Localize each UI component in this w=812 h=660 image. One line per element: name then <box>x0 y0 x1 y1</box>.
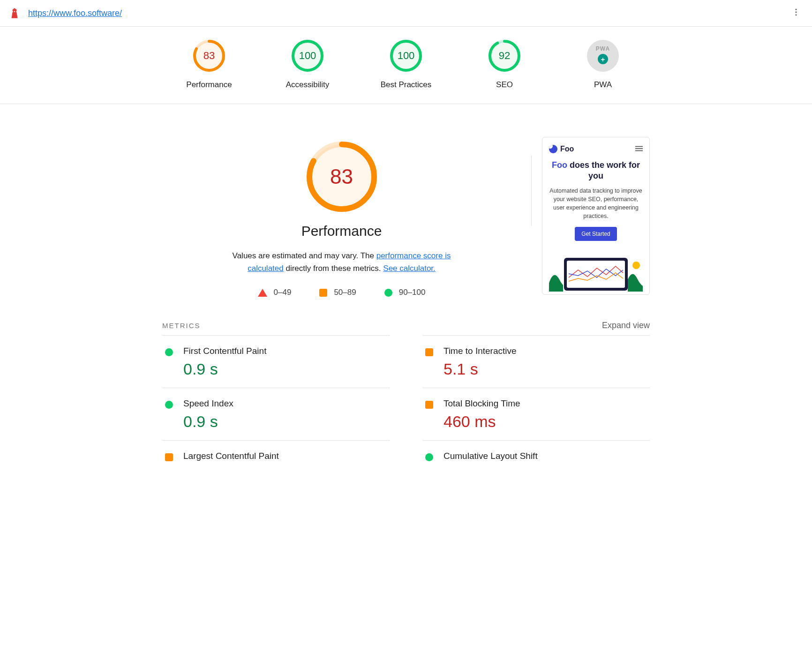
kebab-menu-icon <box>791 8 801 17</box>
svg-rect-13 <box>635 146 643 147</box>
gauge-score: 100 <box>292 40 323 72</box>
metrics-grid: First Contentful Paint0.9 sTime to Inter… <box>162 335 650 474</box>
metric-item: Largest Contentful Paint <box>162 440 390 474</box>
preview-illustration <box>549 249 643 292</box>
metrics-title: METRICS <box>162 322 201 330</box>
gauge-label: Performance <box>186 80 232 90</box>
metric-value: 0.9 s <box>183 412 233 431</box>
metric-status-icon <box>165 453 173 461</box>
pwa-badge-icon: PWA+ <box>587 40 619 72</box>
preview-menu-icon <box>635 145 643 153</box>
metric-item: Speed Index0.9 s <box>162 388 390 440</box>
gauge-accessibility[interactable]: 100Accessibility <box>277 40 338 90</box>
metric-name: Time to Interactive <box>444 346 517 356</box>
gauge-score: 92 <box>489 40 520 72</box>
svg-point-18 <box>632 262 640 269</box>
metric-name: Total Blocking Time <box>444 398 520 409</box>
metric-item: Time to Interactive5.1 s <box>422 335 650 388</box>
metric-status-icon <box>425 401 433 409</box>
gauge-label: PWA <box>594 80 612 90</box>
vertical-divider <box>531 156 532 226</box>
metric-item: First Contentful Paint0.9 s <box>162 335 390 388</box>
performance-summary: 83 Performance Values are estimated and … <box>162 137 650 297</box>
svg-rect-15 <box>635 150 643 151</box>
legend-circ-icon <box>384 289 392 297</box>
category-gauges-row: 83Performance100Accessibility100Best Pra… <box>0 27 812 104</box>
gauge-score: 83 <box>193 40 225 72</box>
performance-title: Performance <box>301 223 382 239</box>
legend-sq-icon <box>319 289 327 297</box>
preview-headline: Foo does the work for you <box>549 160 643 182</box>
svg-point-0 <box>795 9 797 10</box>
legend-tri-icon <box>258 289 267 297</box>
topbar: https://www.foo.software/ <box>0 0 812 27</box>
metric-value: 460 ms <box>444 412 520 431</box>
gauge-best-practices[interactable]: 100Best Practices <box>376 40 436 90</box>
see-calculator-link[interactable]: See calculator. <box>383 264 436 273</box>
gauge-performance[interactable]: 83Performance <box>179 40 240 90</box>
metric-name: Speed Index <box>183 398 233 409</box>
legend-item: 0–49 <box>258 288 292 297</box>
metric-status-icon <box>425 453 433 461</box>
metric-name: First Contentful Paint <box>183 346 266 356</box>
preview-subtitle: Automated data tracking to improve your … <box>549 187 643 221</box>
gauge-seo[interactable]: 92SEO <box>474 40 535 90</box>
gauge-label: Best Practices <box>381 80 432 90</box>
svg-point-1 <box>795 11 797 13</box>
legend-item: 50–89 <box>319 288 356 297</box>
metrics-header: METRICS Expand view <box>162 321 650 332</box>
lighthouse-icon <box>8 7 21 19</box>
svg-rect-17 <box>567 261 625 288</box>
tested-url-link[interactable]: https://www.foo.software/ <box>28 8 122 18</box>
metric-item: Cumulative Layout Shift <box>422 440 650 474</box>
metric-status-icon <box>165 348 173 356</box>
metric-value: 0.9 s <box>183 360 266 378</box>
metric-item: Total Blocking Time460 ms <box>422 388 650 440</box>
pwa-plus-icon: + <box>598 54 608 64</box>
metric-status-icon <box>425 348 433 356</box>
performance-big-score: 83 <box>307 142 377 212</box>
metric-name: Largest Contentful Paint <box>183 451 279 461</box>
metric-name: Cumulative Layout Shift <box>444 451 538 461</box>
gauge-label: SEO <box>496 80 513 90</box>
gauge-label: Accessibility <box>286 80 330 90</box>
expand-view-button[interactable]: Expand view <box>602 321 650 330</box>
svg-rect-14 <box>635 148 643 149</box>
site-preview-card: Foo Foo does the work for you Automated … <box>542 137 650 295</box>
preview-logo: Foo <box>549 145 574 153</box>
performance-big-gauge: 83 <box>307 142 377 212</box>
preview-logo-icon <box>549 145 557 153</box>
gauge-score: 100 <box>390 40 422 72</box>
metric-status-icon <box>165 401 173 409</box>
preview-cta-button[interactable]: Get Started <box>575 227 617 241</box>
svg-point-2 <box>795 14 797 15</box>
performance-description: Values are estimated and may vary. The p… <box>229 249 454 275</box>
legend-item: 90–100 <box>384 288 426 297</box>
topbar-menu-button[interactable] <box>789 5 804 22</box>
score-legend: 0–4950–8990–100 <box>258 288 426 297</box>
metric-value: 5.1 s <box>444 360 517 378</box>
gauge-pwa[interactable]: PWA+PWA <box>572 40 633 90</box>
